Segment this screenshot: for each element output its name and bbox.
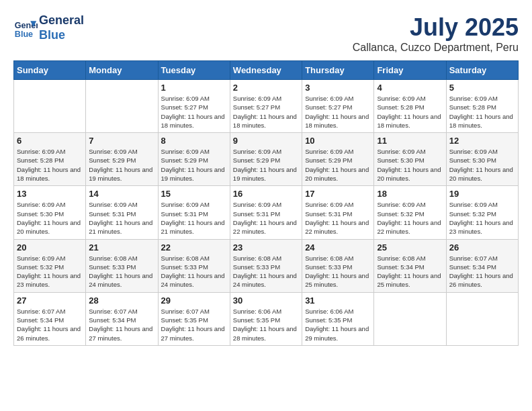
day-info: Sunrise: 6:09 AM Sunset: 5:31 PM Dayligh… bbox=[305, 200, 371, 236]
day-info: Sunrise: 6:09 AM Sunset: 5:30 PM Dayligh… bbox=[449, 147, 515, 183]
calendar-day-cell: 19Sunrise: 6:09 AM Sunset: 5:32 PM Dayli… bbox=[446, 186, 518, 239]
day-number: 14 bbox=[89, 189, 154, 199]
calendar-day-cell: 17Sunrise: 6:09 AM Sunset: 5:31 PM Dayli… bbox=[302, 186, 374, 239]
day-number: 7 bbox=[89, 136, 154, 146]
day-info: Sunrise: 6:09 AM Sunset: 5:29 PM Dayligh… bbox=[305, 147, 371, 183]
day-info: Sunrise: 6:09 AM Sunset: 5:31 PM Dayligh… bbox=[161, 200, 227, 236]
logo: General Blue General Blue bbox=[13, 13, 84, 42]
day-info: Sunrise: 6:08 AM Sunset: 5:33 PM Dayligh… bbox=[161, 254, 227, 289]
calendar-day-cell: 12Sunrise: 6:09 AM Sunset: 5:30 PM Dayli… bbox=[446, 133, 518, 186]
day-number: 22 bbox=[161, 242, 227, 253]
day-info: Sunrise: 6:07 AM Sunset: 5:34 PM Dayligh… bbox=[17, 307, 83, 342]
day-info: Sunrise: 6:09 AM Sunset: 5:28 PM Dayligh… bbox=[449, 94, 515, 130]
calendar-day-cell: 7Sunrise: 6:09 AM Sunset: 5:29 PM Daylig… bbox=[86, 133, 158, 186]
calendar-day-cell: 10Sunrise: 6:09 AM Sunset: 5:29 PM Dayli… bbox=[302, 133, 374, 186]
day-info: Sunrise: 6:09 AM Sunset: 5:32 PM Dayligh… bbox=[377, 200, 443, 236]
calendar-day-cell: 21Sunrise: 6:08 AM Sunset: 5:33 PM Dayli… bbox=[86, 239, 158, 292]
calendar-table: SundayMondayTuesdayWednesdayThursdayFrid… bbox=[13, 60, 519, 346]
day-info: Sunrise: 6:07 AM Sunset: 5:35 PM Dayligh… bbox=[161, 307, 227, 342]
day-info: Sunrise: 6:07 AM Sunset: 5:34 PM Dayligh… bbox=[449, 254, 515, 289]
calendar-day-cell: 1Sunrise: 6:09 AM Sunset: 5:27 PM Daylig… bbox=[158, 80, 230, 133]
calendar-day-cell: 28Sunrise: 6:07 AM Sunset: 5:34 PM Dayli… bbox=[86, 292, 158, 345]
day-info: Sunrise: 6:09 AM Sunset: 5:28 PM Dayligh… bbox=[377, 94, 443, 130]
day-number: 15 bbox=[161, 189, 227, 199]
calendar-day-cell bbox=[14, 80, 86, 133]
day-info: Sunrise: 6:09 AM Sunset: 5:29 PM Dayligh… bbox=[89, 147, 154, 183]
calendar-day-cell: 30Sunrise: 6:06 AM Sunset: 5:35 PM Dayli… bbox=[230, 292, 302, 345]
calendar-day-cell: 11Sunrise: 6:09 AM Sunset: 5:30 PM Dayli… bbox=[374, 133, 446, 186]
day-number: 28 bbox=[89, 295, 154, 306]
day-number: 5 bbox=[449, 83, 515, 93]
day-info: Sunrise: 6:09 AM Sunset: 5:29 PM Dayligh… bbox=[161, 147, 227, 183]
day-number: 25 bbox=[377, 242, 443, 253]
day-info: Sunrise: 6:09 AM Sunset: 5:27 PM Dayligh… bbox=[305, 94, 371, 130]
day-number: 31 bbox=[305, 295, 371, 306]
calendar-day-cell: 24Sunrise: 6:08 AM Sunset: 5:33 PM Dayli… bbox=[302, 239, 374, 292]
calendar-day-cell: 31Sunrise: 6:06 AM Sunset: 5:35 PM Dayli… bbox=[302, 292, 374, 345]
calendar-week-row: 13Sunrise: 6:09 AM Sunset: 5:30 PM Dayli… bbox=[14, 186, 519, 239]
calendar-day-cell: 2Sunrise: 6:09 AM Sunset: 5:27 PM Daylig… bbox=[230, 80, 302, 133]
day-number: 20 bbox=[17, 242, 83, 253]
weekday-header: Saturday bbox=[446, 61, 518, 80]
calendar-day-cell: 20Sunrise: 6:09 AM Sunset: 5:32 PM Dayli… bbox=[14, 239, 86, 292]
calendar-day-cell bbox=[86, 80, 158, 133]
day-number: 6 bbox=[17, 136, 83, 146]
day-number: 18 bbox=[377, 189, 443, 199]
weekday-header: Thursday bbox=[302, 61, 374, 80]
day-number: 4 bbox=[377, 83, 443, 93]
day-info: Sunrise: 6:07 AM Sunset: 5:34 PM Dayligh… bbox=[89, 307, 154, 342]
day-number: 8 bbox=[161, 136, 227, 146]
day-info: Sunrise: 6:09 AM Sunset: 5:27 PM Dayligh… bbox=[233, 94, 299, 130]
calendar-day-cell: 9Sunrise: 6:09 AM Sunset: 5:29 PM Daylig… bbox=[230, 133, 302, 186]
calendar-day-cell: 16Sunrise: 6:09 AM Sunset: 5:31 PM Dayli… bbox=[230, 186, 302, 239]
calendar-day-cell: 29Sunrise: 6:07 AM Sunset: 5:35 PM Dayli… bbox=[158, 292, 230, 345]
calendar-week-row: 20Sunrise: 6:09 AM Sunset: 5:32 PM Dayli… bbox=[14, 239, 519, 292]
day-number: 16 bbox=[233, 189, 299, 199]
calendar-week-row: 1Sunrise: 6:09 AM Sunset: 5:27 PM Daylig… bbox=[14, 80, 519, 133]
day-number: 13 bbox=[17, 189, 83, 199]
day-number: 12 bbox=[449, 136, 515, 146]
day-number: 17 bbox=[305, 189, 371, 199]
day-number: 23 bbox=[233, 242, 299, 253]
calendar-day-cell: 3Sunrise: 6:09 AM Sunset: 5:27 PM Daylig… bbox=[302, 80, 374, 133]
calendar-day-cell: 4Sunrise: 6:09 AM Sunset: 5:28 PM Daylig… bbox=[374, 80, 446, 133]
calendar-day-cell: 27Sunrise: 6:07 AM Sunset: 5:34 PM Dayli… bbox=[14, 292, 86, 345]
weekday-header: Wednesday bbox=[230, 61, 302, 80]
day-number: 3 bbox=[305, 83, 371, 93]
day-number: 30 bbox=[233, 295, 299, 306]
day-info: Sunrise: 6:08 AM Sunset: 5:33 PM Dayligh… bbox=[89, 254, 154, 289]
day-number: 26 bbox=[449, 242, 515, 253]
header: General Blue General Blue July 2025 Call… bbox=[13, 13, 519, 54]
calendar-day-cell: 8Sunrise: 6:09 AM Sunset: 5:29 PM Daylig… bbox=[158, 133, 230, 186]
calendar-week-row: 6Sunrise: 6:09 AM Sunset: 5:28 PM Daylig… bbox=[14, 133, 519, 186]
day-info: Sunrise: 6:09 AM Sunset: 5:31 PM Dayligh… bbox=[233, 200, 299, 236]
day-info: Sunrise: 6:08 AM Sunset: 5:33 PM Dayligh… bbox=[305, 254, 371, 289]
logo-text-line2: Blue bbox=[39, 28, 84, 43]
weekday-header: Monday bbox=[86, 61, 158, 80]
day-number: 1 bbox=[161, 83, 227, 93]
day-info: Sunrise: 6:08 AM Sunset: 5:33 PM Dayligh… bbox=[233, 254, 299, 289]
day-info: Sunrise: 6:09 AM Sunset: 5:28 PM Dayligh… bbox=[17, 147, 83, 183]
day-number: 21 bbox=[89, 242, 154, 253]
day-number: 19 bbox=[449, 189, 515, 199]
calendar-day-cell: 23Sunrise: 6:08 AM Sunset: 5:33 PM Dayli… bbox=[230, 239, 302, 292]
day-info: Sunrise: 6:09 AM Sunset: 5:30 PM Dayligh… bbox=[17, 200, 83, 236]
day-info: Sunrise: 6:09 AM Sunset: 5:29 PM Dayligh… bbox=[233, 147, 299, 183]
day-info: Sunrise: 6:06 AM Sunset: 5:35 PM Dayligh… bbox=[305, 307, 371, 342]
weekday-header: Sunday bbox=[14, 61, 86, 80]
day-number: 10 bbox=[305, 136, 371, 146]
calendar-day-cell bbox=[374, 292, 446, 345]
weekday-header: Friday bbox=[374, 61, 446, 80]
calendar-day-cell: 22Sunrise: 6:08 AM Sunset: 5:33 PM Dayli… bbox=[158, 239, 230, 292]
title-area: July 2025 Callanca, Cuzco Department, Pe… bbox=[353, 13, 519, 54]
calendar-day-cell: 5Sunrise: 6:09 AM Sunset: 5:28 PM Daylig… bbox=[446, 80, 518, 133]
day-info: Sunrise: 6:09 AM Sunset: 5:32 PM Dayligh… bbox=[449, 200, 515, 236]
day-info: Sunrise: 6:08 AM Sunset: 5:34 PM Dayligh… bbox=[377, 254, 443, 289]
calendar-day-cell: 15Sunrise: 6:09 AM Sunset: 5:31 PM Dayli… bbox=[158, 186, 230, 239]
day-number: 29 bbox=[161, 295, 227, 306]
calendar-week-row: 27Sunrise: 6:07 AM Sunset: 5:34 PM Dayli… bbox=[14, 292, 519, 345]
day-number: 27 bbox=[17, 295, 83, 306]
day-number: 9 bbox=[233, 136, 299, 146]
calendar-day-cell bbox=[446, 292, 518, 345]
calendar-day-cell: 6Sunrise: 6:09 AM Sunset: 5:28 PM Daylig… bbox=[14, 133, 86, 186]
